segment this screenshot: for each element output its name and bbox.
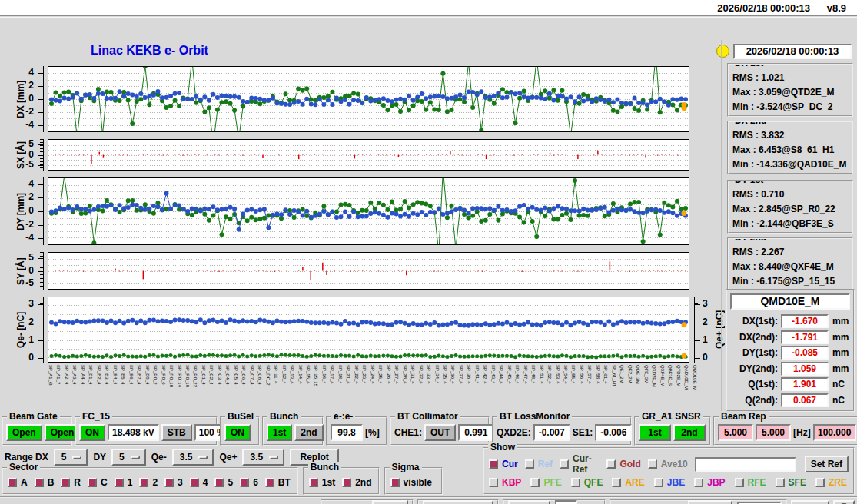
gr-snsr-1st-button[interactable]: 1st <box>639 424 671 441</box>
sector-checkbox-5[interactable]: 5 <box>214 477 233 488</box>
sector-checkbox-r[interactable]: R <box>61 477 81 488</box>
show-checkbox-are[interactable]: ARE <box>612 477 644 488</box>
bunch-2nd-button[interactable]: 2nd <box>294 424 323 441</box>
show-checkbox-gold[interactable]: Gold <box>606 453 640 475</box>
dx-orbit-chart[interactable] <box>48 66 689 132</box>
busel-on-button[interactable]: ON <box>224 424 251 441</box>
chg-th-option[interactable]: A <box>372 500 408 504</box>
show-checkbox-jbe-box[interactable] <box>654 478 663 487</box>
x-axis-label: SP_16_4 <box>321 365 327 411</box>
qe-tick-mark <box>38 340 43 341</box>
gr-snsr-2nd-button[interactable]: 2nd <box>673 424 706 441</box>
sector-checkbox-3[interactable]: 3 <box>164 477 183 488</box>
points-option[interactable]: 300 <box>688 500 732 504</box>
show-checkbox-qfe[interactable]: QFE <box>571 477 603 488</box>
sector-checkbox-2[interactable]: 2 <box>139 477 158 488</box>
show-checkbox-cur-box[interactable] <box>489 459 498 469</box>
sigma-checkbox-visible-box[interactable] <box>390 478 400 487</box>
show-checkbox-ref-box[interactable] <box>525 459 534 469</box>
range-option-0[interactable]: 5 <box>54 449 88 466</box>
sector-checkbox-c-box[interactable] <box>88 478 97 487</box>
beam-gate-open1-button[interactable]: Open <box>6 424 42 441</box>
x-axis-label: SP_C8_4 <box>257 365 262 411</box>
bunch-1st-button[interactable]: 1st <box>267 424 292 441</box>
sector-checkbox-bt-box[interactable] <box>265 478 274 487</box>
show-checkbox-kbp[interactable]: KBP <box>489 477 521 488</box>
sector-checkbox-1-box[interactable] <box>115 478 124 487</box>
beam-gate-label: Beam Gate <box>7 411 60 422</box>
sector-checkbox-b-box[interactable] <box>35 478 44 487</box>
show-checkbox-gold-box[interactable] <box>606 459 616 469</box>
sy-sigma-chart[interactable] <box>48 252 689 290</box>
show-checkbox-cur[interactable]: Cur <box>489 453 518 475</box>
sector-checkbox-b[interactable]: B <box>35 477 55 488</box>
fc15-on-button[interactable]: ON <box>79 424 105 441</box>
sector-checkbox-a[interactable]: A <box>8 477 28 488</box>
dy-orbit-chart[interactable] <box>48 177 689 245</box>
screenshot-button[interactable] <box>833 500 855 504</box>
sigma-checkbox-visible[interactable]: visible <box>390 477 432 488</box>
show-checkbox-zre[interactable]: ZRE <box>815 477 847 488</box>
ref-name-input[interactable] <box>695 457 796 472</box>
show-checkbox-jbp-box[interactable] <box>694 478 703 487</box>
sector-checkbox-6-box[interactable] <box>240 478 249 487</box>
x-axis-label: QFE_3M <box>643 365 649 411</box>
show-checkbox-sfe[interactable]: SFE <box>776 477 806 488</box>
sx-sigma-chart[interactable] <box>48 139 689 171</box>
sector-checkbox-4[interactable]: 4 <box>190 477 208 488</box>
sector-checkbox-2-box[interactable] <box>139 478 148 487</box>
bunch-checkbox-1st[interactable]: 1st <box>309 477 335 488</box>
range-option-3[interactable]: 3.5 <box>242 449 284 466</box>
show-checkbox-rfe[interactable]: RFE <box>735 477 766 488</box>
bpm-select-option[interactable]: SP_A1_G <box>423 500 493 504</box>
show-checkbox-jbp[interactable]: JBP <box>694 477 725 488</box>
bunch-select-option[interactable]: 1st <box>508 500 550 504</box>
sector-checkbox-4-box[interactable] <box>190 478 199 487</box>
bunch-checkbox-2nd-box[interactable] <box>342 478 351 487</box>
dx-tick-mark <box>38 86 43 87</box>
optionmenu-indicator-icon <box>131 456 140 459</box>
bunch-checkbox-1st-box[interactable] <box>309 478 318 487</box>
aux-input[interactable] <box>737 502 782 504</box>
sx-minor-tick <box>40 145 43 146</box>
show-checkbox-cur-ref-box[interactable] <box>560 459 569 469</box>
show-checkbox-kbp-box[interactable] <box>489 478 498 487</box>
sector-checkbox-c[interactable]: C <box>88 477 108 488</box>
show-checkbox-are-box[interactable] <box>612 478 621 487</box>
show-checkbox-ave10[interactable]: Ave10 <box>648 453 688 475</box>
show-checkbox-jbp-label: JBP <box>707 477 725 488</box>
selected-bpm-name[interactable]: QMD10E_M <box>730 293 850 310</box>
show-checkbox-pfe[interactable]: PFE <box>530 477 561 488</box>
qe-charge-chart[interactable] <box>48 297 689 363</box>
sector-checkbox-bt[interactable]: BT <box>265 477 291 488</box>
show-checkbox-rfe-box[interactable] <box>735 478 744 487</box>
stat-key: Max : <box>732 144 759 155</box>
show-checkbox-jbe[interactable]: JBE <box>654 477 685 488</box>
sector-checkbox-1[interactable]: 1 <box>115 477 133 488</box>
show-checkbox-pfe-box[interactable] <box>530 478 540 487</box>
show-checkbox-zre-box[interactable] <box>815 478 825 487</box>
fc15-stb-button[interactable]: STB <box>161 424 192 441</box>
resize-button[interactable]: resize <box>791 500 829 504</box>
bunch-checkbox-2nd[interactable]: 2nd <box>342 477 371 488</box>
show-checkbox-ave10-box[interactable] <box>648 459 657 469</box>
optionmenu-indicator-icon <box>269 456 278 459</box>
qe-minor-tick <box>40 323 43 323</box>
sector-checkbox-a-box[interactable] <box>8 478 17 487</box>
sector-checkbox-3-box[interactable] <box>164 478 174 487</box>
x-axis-label: SP_B4_4 <box>112 365 118 411</box>
range-option-2[interactable]: 3.5 <box>172 449 214 466</box>
sector-checkbox-6[interactable]: 6 <box>240 477 258 488</box>
show-checkbox-qfe-box[interactable] <box>571 478 580 487</box>
che1-out-button[interactable]: OUT <box>424 424 456 441</box>
sector-checkbox-r-box[interactable] <box>61 478 70 487</box>
set-ref-button[interactable]: Set Ref <box>805 456 849 472</box>
bunch-filter-group: Bunch 1st2nd <box>303 467 380 495</box>
show-checkbox-ref[interactable]: Ref <box>525 453 553 475</box>
sy-minor-tick <box>40 290 43 290</box>
show-checkbox-cur-ref[interactable]: Cur-Ref <box>560 453 600 475</box>
threshold-input[interactable]: 0.1 <box>555 500 577 504</box>
show-checkbox-sfe-box[interactable] <box>776 478 785 487</box>
sector-checkbox-5-box[interactable] <box>214 478 224 487</box>
range-option-1[interactable]: 5 <box>111 449 146 466</box>
